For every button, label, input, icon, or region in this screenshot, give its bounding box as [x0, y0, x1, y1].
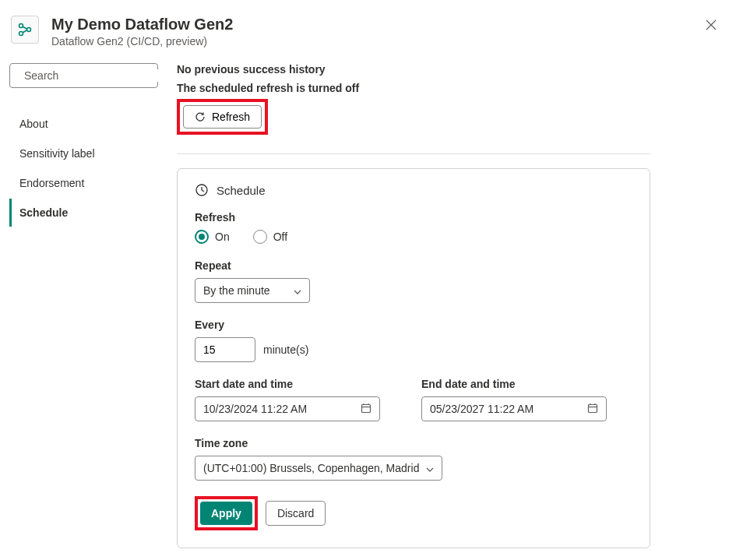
sidebar-item-schedule[interactable]: Schedule	[9, 199, 158, 227]
sidebar-item-endorsement[interactable]: Endorsement	[9, 169, 158, 197]
search-box[interactable]	[9, 63, 158, 88]
schedule-card: Schedule Refresh On Off Repeat By the mi…	[177, 168, 650, 548]
search-input[interactable]	[24, 69, 160, 82]
no-history-text: No previous success history	[177, 63, 650, 76]
radio-off-label: Off	[273, 231, 287, 243]
every-label: Every	[195, 319, 632, 331]
close-button[interactable]	[702, 16, 720, 34]
svg-point-1	[19, 32, 23, 36]
timezone-value: (UTC+01:00) Brussels, Copenhagen, Madrid	[203, 462, 419, 474]
refresh-button-label: Refresh	[212, 111, 250, 123]
repeat-select[interactable]: By the minute	[195, 278, 310, 303]
every-input[interactable]	[195, 337, 255, 362]
chevron-down-icon	[294, 284, 301, 297]
divider	[177, 153, 650, 154]
refresh-button[interactable]: Refresh	[183, 105, 262, 129]
sidebar-item-sensitivity[interactable]: Sensitivity label	[9, 139, 158, 167]
start-date-label: Start date and time	[195, 378, 406, 390]
end-date-input[interactable]: 05/23/2027 11:22 AM	[421, 396, 607, 421]
radio-on-label: On	[215, 231, 230, 243]
refresh-icon	[195, 111, 206, 122]
timezone-select[interactable]: (UTC+01:00) Brussels, Copenhagen, Madrid	[195, 456, 442, 481]
schedule-header-label: Schedule	[217, 184, 266, 197]
refresh-field-label: Refresh	[195, 211, 632, 224]
svg-rect-5	[362, 404, 371, 412]
end-date-label: End date and time	[421, 378, 632, 390]
apply-highlight-box: Apply	[195, 496, 258, 530]
svg-point-2	[27, 28, 31, 32]
start-date-input[interactable]: 10/23/2024 11:22 AM	[195, 396, 380, 421]
refresh-highlight-box: Refresh	[177, 99, 268, 135]
start-date-value: 10/23/2024 11:22 AM	[203, 403, 307, 415]
svg-rect-6	[589, 404, 597, 412]
clock-icon	[195, 183, 209, 197]
radio-off[interactable]: Off	[253, 230, 287, 244]
radio-on[interactable]: On	[195, 230, 230, 244]
sidebar-item-about[interactable]: About	[9, 110, 158, 138]
page-subtitle: Dataflow Gen2 (CI/CD, preview)	[51, 35, 702, 48]
discard-button[interactable]: Discard	[266, 501, 326, 526]
scheduled-off-text: The scheduled refresh is turned off	[177, 82, 650, 94]
apply-button[interactable]: Apply	[200, 502, 252, 525]
calendar-icon	[587, 403, 598, 416]
timezone-label: Time zone	[195, 437, 632, 449]
svg-point-0	[19, 24, 23, 28]
repeat-value: By the minute	[203, 284, 270, 297]
every-unit: minute(s)	[263, 343, 308, 356]
repeat-label: Repeat	[195, 259, 632, 272]
calendar-icon	[361, 403, 372, 416]
end-date-value: 05/23/2027 11:22 AM	[430, 403, 534, 415]
chevron-down-icon	[426, 462, 434, 474]
dataflow-icon	[11, 16, 39, 44]
page-title: My Demo Dataflow Gen2	[51, 16, 702, 33]
